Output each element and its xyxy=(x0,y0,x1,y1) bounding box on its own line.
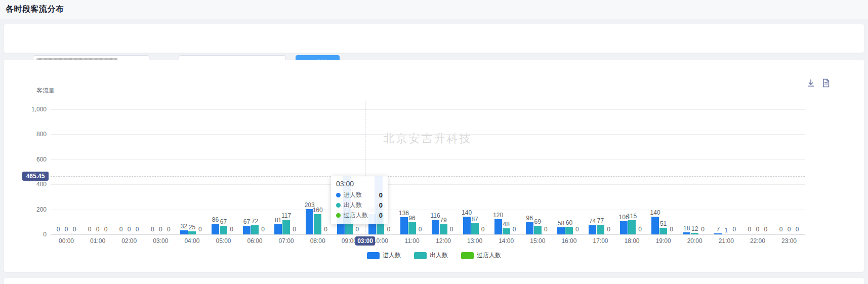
bar-出人数[interactable] xyxy=(534,226,542,234)
bar-进人数[interactable] xyxy=(557,227,565,234)
bar-value-label: 0 xyxy=(119,226,123,233)
download-icon[interactable] xyxy=(806,78,816,88)
bar-value-label: 0 xyxy=(481,226,485,233)
bar-出人数[interactable] xyxy=(628,220,636,234)
x-tick-label: 21:00 xyxy=(719,237,734,245)
tooltip-row: 进人数 0 xyxy=(336,191,383,199)
y-tick-label: 400 xyxy=(15,181,47,188)
bar-value-label: 140 xyxy=(462,209,472,216)
bar-进人数[interactable] xyxy=(180,230,188,234)
bar-value-label: 0 xyxy=(159,226,162,233)
legend-swatch xyxy=(414,252,427,259)
chart-tooltip: 03:00 进人数 0 出人数 0 过店人数 0 xyxy=(331,176,388,224)
x-tick-label: 10:00 xyxy=(373,237,388,245)
bar-value-label: 0 xyxy=(575,226,579,233)
x-tick-label: 18:00 xyxy=(624,237,639,245)
x-tick-label: 15:00 xyxy=(530,237,545,245)
gridline xyxy=(51,184,805,185)
bar-出人数[interactable] xyxy=(597,225,604,234)
x-tick-label: 19:00 xyxy=(656,237,671,245)
bar-出人数[interactable] xyxy=(251,225,259,234)
bar-进人数[interactable] xyxy=(274,224,282,234)
bar-出人数[interactable] xyxy=(314,214,321,234)
bar-value-label: 77 xyxy=(597,217,604,224)
bar-value-label: 0 xyxy=(128,226,131,233)
bar-value-label: 0 xyxy=(607,226,610,233)
x-tick-label: 05:00 xyxy=(216,237,231,245)
bar-value-label: 0 xyxy=(764,226,768,233)
chart-legend: 进人数出人数过店人数 xyxy=(4,251,864,260)
bar-出人数[interactable] xyxy=(282,220,290,234)
bar-进人数[interactable] xyxy=(714,233,722,234)
bar-value-label: 0 xyxy=(96,226,100,233)
tooltip-row-value: 0 xyxy=(379,201,383,209)
title-bar: 各时段客流分布 xyxy=(0,0,868,19)
bar-value-label: 0 xyxy=(136,226,139,233)
bar-value-label: 67 xyxy=(220,218,227,225)
bar-value-label: 60 xyxy=(566,219,572,226)
bar-value-label: 0 xyxy=(151,226,154,233)
bar-进人数[interactable] xyxy=(212,224,219,234)
bar-value-label: 0 xyxy=(450,226,453,233)
chart-toolbar xyxy=(806,78,831,88)
legend-label: 进人数 xyxy=(383,251,401,260)
bar-出人数[interactable] xyxy=(503,228,510,234)
y-axis-pointer-badge: 465.45 xyxy=(22,172,49,181)
x-tick-label: 08:00 xyxy=(310,237,325,245)
bar-出人数[interactable] xyxy=(440,224,447,234)
legend-swatch xyxy=(461,252,474,259)
crosshair-horizontal-line xyxy=(51,176,805,177)
x-tick-label: 23:00 xyxy=(781,237,797,245)
bar-出人数[interactable] xyxy=(471,223,479,234)
bar-value-label: 0 xyxy=(796,226,799,233)
tooltip-row-label: 出人数 xyxy=(344,201,376,210)
bar-value-label: 0 xyxy=(355,226,359,233)
legend-item-过店人数[interactable]: 过店人数 xyxy=(461,251,501,260)
bar-进人数[interactable] xyxy=(620,221,628,234)
x-tick-label: 16:00 xyxy=(561,237,576,245)
bar-进人数[interactable] xyxy=(432,220,439,234)
bar-进人数[interactable] xyxy=(494,219,502,234)
legend-item-出人数[interactable]: 出人数 xyxy=(414,251,448,260)
bar-value-label: 0 xyxy=(88,226,92,233)
bar-value-label: 58 xyxy=(558,220,564,227)
tooltip-row: 出人数 0 xyxy=(336,201,383,210)
bar-出人数[interactable] xyxy=(188,231,196,234)
bar-进人数[interactable] xyxy=(463,217,471,234)
bar-chart-plot: 北京安吉升科技 02004006008001,00000000:0000001:… xyxy=(51,99,805,234)
bar-value-label: 0 xyxy=(670,226,673,233)
bar-value-label: 0 xyxy=(756,226,760,233)
y-axis-title: 客流量 xyxy=(36,87,55,95)
y-tick-label: 800 xyxy=(15,131,47,138)
bar-出人数[interactable] xyxy=(691,233,698,234)
bar-value-label: 48 xyxy=(503,221,510,228)
legend-item-进人数[interactable]: 进人数 xyxy=(367,251,401,260)
bar-进人数[interactable] xyxy=(651,217,659,234)
legend-label: 过店人数 xyxy=(477,251,501,260)
bar-进人数[interactable] xyxy=(589,225,596,234)
bar-value-label: 0 xyxy=(65,226,68,233)
y-tick-label: 600 xyxy=(15,156,47,163)
bar-value-label: 18 xyxy=(683,225,690,232)
x-tick-label: 14:00 xyxy=(499,237,514,245)
bar-进人数[interactable] xyxy=(683,232,690,234)
bar-value-label: 0 xyxy=(198,226,202,233)
bar-出人数[interactable] xyxy=(565,227,573,234)
bar-出人数[interactable] xyxy=(408,222,416,234)
bar-进人数[interactable] xyxy=(526,222,533,234)
bar-value-label: 7 xyxy=(716,226,720,233)
gridline xyxy=(51,234,805,235)
series-dot-green xyxy=(336,213,341,218)
report-icon[interactable] xyxy=(821,78,831,88)
bar-进人数[interactable] xyxy=(400,217,408,234)
x-tick-label: 09:00 xyxy=(342,237,357,245)
bar-value-label: 136 xyxy=(399,210,409,217)
tooltip-row-value: 0 xyxy=(379,212,383,219)
y-tick-label: 0 xyxy=(15,231,47,238)
bar-value-label: 0 xyxy=(57,226,60,233)
bar-value-label: 96 xyxy=(526,215,533,222)
bar-进人数[interactable] xyxy=(243,226,251,234)
bar-出人数[interactable] xyxy=(659,228,667,234)
bar-出人数[interactable] xyxy=(220,226,227,234)
gridline xyxy=(51,159,805,160)
